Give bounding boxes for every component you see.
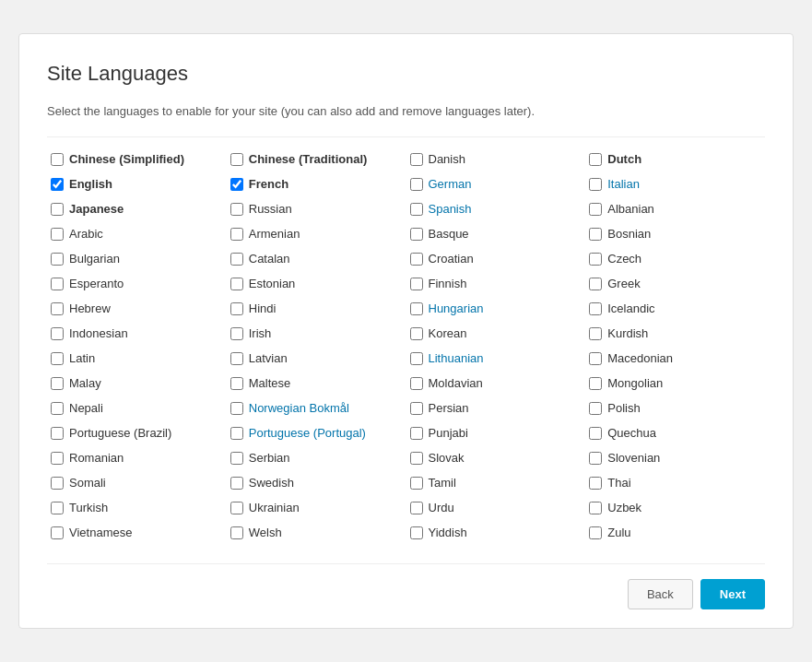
language-item-latvian[interactable]: Latvian [227,346,406,371]
label-danish[interactable]: Danish [429,152,465,166]
label-zulu[interactable]: Zulu [607,526,630,539]
checkbox-arabic[interactable] [51,228,64,241]
label-lithuanian[interactable]: Lithuanian [429,351,484,365]
language-item-hungarian[interactable]: Hungarian [406,296,586,321]
checkbox-hungarian[interactable] [410,302,423,315]
label-japanese[interactable]: Japanese [69,202,124,216]
language-item-dutch[interactable]: Dutch [585,147,765,171]
language-item-estonian[interactable]: Estonian [227,271,406,296]
checkbox-czech[interactable] [589,253,602,266]
checkbox-thai[interactable] [589,477,602,490]
label-mongolian[interactable]: Mongolian [607,376,663,390]
label-bosnian[interactable]: Bosnian [607,227,651,241]
language-item-german[interactable]: German [406,171,586,196]
label-serbian[interactable]: Serbian [249,451,290,465]
label-estonian[interactable]: Estonian [249,277,296,290]
checkbox-tamil[interactable] [410,477,423,490]
checkbox-english[interactable] [51,178,64,191]
checkbox-chinese-traditional[interactable] [230,153,243,166]
language-item-esperanto[interactable]: Esperanto [47,271,227,296]
label-ukrainian[interactable]: Ukrainian [249,501,300,514]
label-quechua[interactable]: Quechua [607,426,656,440]
label-indonesian[interactable]: Indonesian [69,326,128,340]
checkbox-zulu[interactable] [589,526,602,539]
language-item-hebrew[interactable]: Hebrew [47,296,227,321]
checkbox-mongolian[interactable] [589,377,602,390]
label-korean[interactable]: Korean [429,326,467,340]
label-swedish[interactable]: Swedish [249,476,294,490]
label-moldavian[interactable]: Moldavian [429,376,483,390]
language-item-croatian[interactable]: Croatian [406,246,586,271]
label-urdu[interactable]: Urdu [429,501,454,514]
checkbox-indonesian[interactable] [51,327,64,340]
language-item-bosnian[interactable]: Bosnian [585,221,765,246]
language-item-portuguese-portugal[interactable]: Portuguese (Portugal) [227,420,406,445]
language-item-serbian[interactable]: Serbian [227,445,406,470]
label-german[interactable]: German [429,177,472,191]
label-bulgarian[interactable]: Bulgarian [69,252,120,266]
language-item-catalan[interactable]: Catalan [227,246,406,271]
language-item-hindi[interactable]: Hindi [227,296,406,321]
label-basque[interactable]: Basque [429,227,469,241]
checkbox-catalan[interactable] [230,253,243,266]
checkbox-quechua[interactable] [589,427,602,440]
label-irish[interactable]: Irish [249,326,272,340]
label-vietnamese[interactable]: Vietnamese [69,526,132,539]
checkbox-dutch[interactable] [589,153,602,166]
language-item-danish[interactable]: Danish [406,147,586,171]
label-yiddish[interactable]: Yiddish [429,526,467,539]
label-spanish[interactable]: Spanish [429,202,472,216]
checkbox-latin[interactable] [51,352,64,365]
checkbox-estonian[interactable] [230,278,243,290]
language-item-macedonian[interactable]: Macedonian [585,346,765,371]
language-item-chinese-simplified[interactable]: Chinese (Simplified) [47,147,227,171]
label-italian[interactable]: Italian [607,177,640,191]
checkbox-moldavian[interactable] [410,377,423,390]
checkbox-irish[interactable] [230,327,243,340]
language-item-greek[interactable]: Greek [585,271,765,296]
checkbox-croatian[interactable] [410,253,423,266]
label-latin[interactable]: Latin [69,351,95,365]
language-item-romanian[interactable]: Romanian [47,445,227,470]
checkbox-uzbek[interactable] [589,502,602,514]
checkbox-norwegian-bokmal[interactable] [230,402,243,415]
label-armenian[interactable]: Armenian [249,227,300,241]
checkbox-portuguese-portugal[interactable] [230,427,243,440]
checkbox-hindi[interactable] [230,302,243,315]
label-uzbek[interactable]: Uzbek [607,501,641,514]
checkbox-japanese[interactable] [51,203,64,216]
label-icelandic[interactable]: Icelandic [607,301,654,315]
language-item-italian[interactable]: Italian [585,171,765,196]
label-arabic[interactable]: Arabic [69,227,103,241]
label-portuguese-portugal[interactable]: Portuguese (Portugal) [249,426,366,440]
label-hebrew[interactable]: Hebrew [69,301,111,315]
label-polish[interactable]: Polish [607,401,640,415]
checkbox-punjabi[interactable] [410,427,423,440]
label-finnish[interactable]: Finnish [429,277,467,290]
checkbox-spanish[interactable] [410,203,423,216]
language-item-bulgarian[interactable]: Bulgarian [47,246,227,271]
checkbox-greek[interactable] [589,278,602,290]
language-item-malay[interactable]: Malay [47,371,227,396]
checkbox-polish[interactable] [589,402,602,415]
checkbox-german[interactable] [410,178,423,191]
label-malay[interactable]: Malay [69,376,101,390]
checkbox-bosnian[interactable] [589,228,602,241]
checkbox-finnish[interactable] [410,278,423,290]
label-hungarian[interactable]: Hungarian [429,301,484,315]
checkbox-swedish[interactable] [230,477,243,490]
label-turkish[interactable]: Turkish [69,501,108,514]
label-hindi[interactable]: Hindi [249,301,277,315]
language-item-tamil[interactable]: Tamil [406,470,586,495]
checkbox-basque[interactable] [410,228,423,241]
checkbox-latvian[interactable] [230,352,243,365]
checkbox-french[interactable] [230,178,243,191]
checkbox-danish[interactable] [410,153,423,166]
language-item-maltese[interactable]: Maltese [227,371,406,396]
language-item-slovenian[interactable]: Slovenian [585,445,765,470]
language-item-chinese-traditional[interactable]: Chinese (Traditional) [227,147,406,171]
label-romanian[interactable]: Romanian [69,451,124,465]
language-item-armenian[interactable]: Armenian [227,221,406,246]
language-item-finnish[interactable]: Finnish [406,271,586,296]
label-czech[interactable]: Czech [607,252,641,266]
